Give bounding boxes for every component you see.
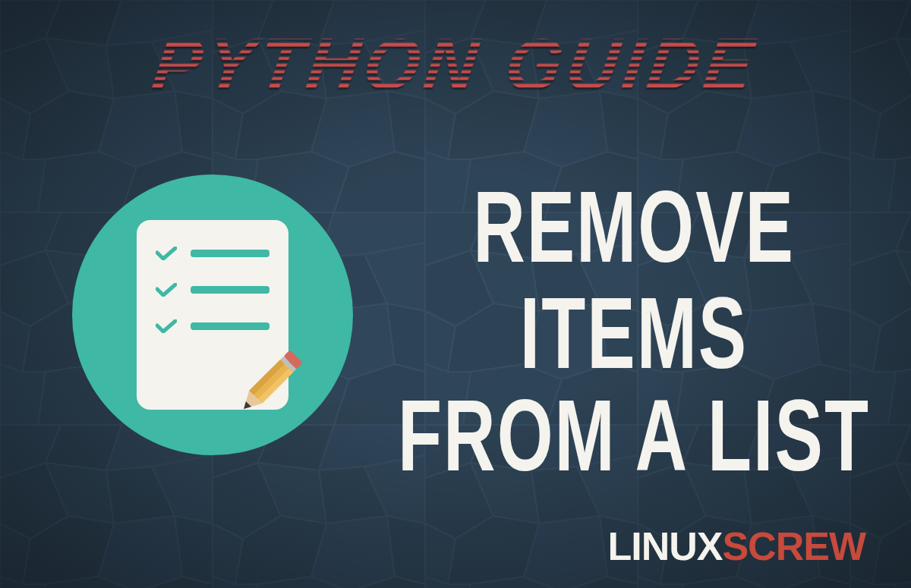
checklist-document-icon [137,220,288,410]
main-heading: REMOVE ITEMS FROM A LIST [387,205,881,515]
checkmark-icon [156,247,177,260]
main-heading-line-1: REMOVE ITEMS [387,175,881,386]
checkmark-icon [156,319,177,333]
main-heading-line-2: FROM A LIST [387,383,881,489]
checklist-row [156,247,270,260]
checklist-line [191,322,270,330]
checklist-row [156,319,270,333]
site-logo: LINUXSCREW [607,524,865,569]
page-header-title: PYTHON GUIDE [148,23,763,105]
checklist-icon-circle [72,175,353,455]
logo-text-linux: LINUX [607,524,722,568]
pencil-icon [224,338,315,429]
svg-rect-18 [249,360,293,404]
checklist-line [191,250,270,257]
logo-text-screw: SCREW [722,524,865,568]
checklist-row [156,283,270,297]
checkmark-icon [156,283,177,297]
checklist-line [191,286,270,294]
